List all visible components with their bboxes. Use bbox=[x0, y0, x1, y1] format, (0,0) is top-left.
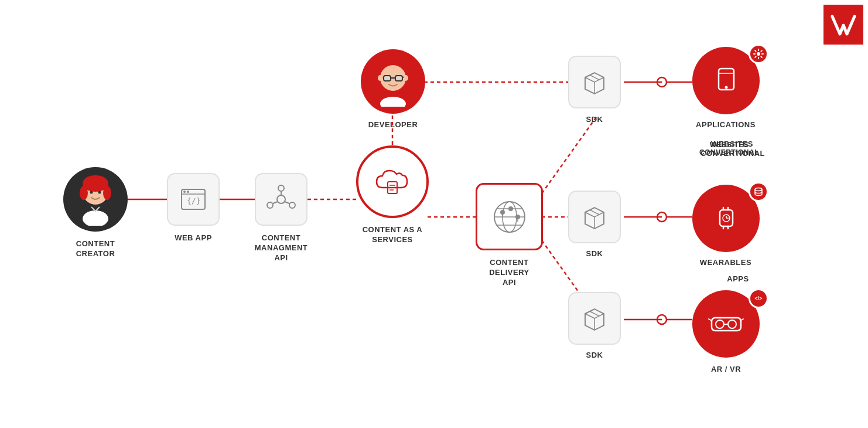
sdk-bot-node bbox=[568, 292, 621, 345]
svg-line-36 bbox=[285, 202, 289, 203]
developer-node bbox=[361, 49, 425, 114]
svg-point-21 bbox=[103, 186, 111, 200]
svg-point-57 bbox=[508, 206, 513, 211]
svg-point-28 bbox=[187, 191, 189, 193]
svg-point-10 bbox=[657, 77, 667, 87]
web-app-node: {/} bbox=[167, 173, 220, 226]
applications-label: APPLICATIONS bbox=[682, 120, 770, 130]
content-delivery-node bbox=[476, 183, 543, 250]
svg-point-47 bbox=[380, 97, 406, 107]
content-delivery-label: CONTENTDELIVERYAPI bbox=[476, 258, 543, 288]
logo bbox=[823, 5, 863, 45]
svg-point-31 bbox=[278, 185, 284, 191]
svg-point-72 bbox=[725, 86, 728, 89]
svg-line-69 bbox=[590, 311, 599, 316]
svg-line-65 bbox=[590, 210, 599, 215]
developer-label: DEVELOPER bbox=[361, 120, 425, 130]
svg-point-85 bbox=[728, 320, 736, 328]
svg-rect-43 bbox=[395, 76, 402, 81]
apps-label: APPS bbox=[715, 274, 761, 284]
convertional-label2: CONVERTIONAL bbox=[680, 149, 785, 159]
content-creator-node bbox=[63, 167, 128, 232]
svg-line-62 bbox=[585, 212, 594, 217]
sdk-bot-label: SDK bbox=[568, 351, 621, 361]
web-app-label: WEB APP bbox=[167, 233, 220, 243]
svg-text:{/}: {/} bbox=[187, 196, 200, 205]
content-creator-label: CONTENTCREATOR bbox=[52, 239, 139, 259]
content-as-services-node bbox=[356, 145, 429, 218]
svg-line-35 bbox=[273, 202, 278, 203]
svg-point-49 bbox=[404, 75, 408, 81]
content-as-services-label: CONTENT AS ASERVICES bbox=[346, 225, 439, 245]
sdk-mid-node bbox=[568, 191, 621, 243]
sdk-top-label: SDK bbox=[568, 115, 621, 125]
sdk-mid-label: SDK bbox=[568, 249, 621, 259]
svg-point-84 bbox=[716, 320, 724, 328]
svg-point-24 bbox=[83, 210, 108, 226]
svg-point-27 bbox=[183, 191, 186, 193]
svg-point-73 bbox=[757, 52, 760, 56]
svg-rect-42 bbox=[384, 76, 391, 81]
svg-point-33 bbox=[289, 202, 295, 208]
database-badge bbox=[749, 182, 768, 202]
svg-line-66 bbox=[585, 314, 594, 318]
code-badge: </> bbox=[749, 288, 768, 308]
gear-badge bbox=[749, 44, 768, 64]
svg-line-87 bbox=[709, 319, 712, 321]
wearables-label: WEARABLES bbox=[682, 258, 770, 268]
svg-point-16 bbox=[657, 315, 667, 324]
svg-point-23 bbox=[98, 191, 101, 194]
ar-vr-label: AR / VR bbox=[692, 365, 760, 375]
svg-point-13 bbox=[657, 212, 667, 222]
svg-point-82 bbox=[755, 188, 762, 191]
svg-point-30 bbox=[277, 195, 285, 203]
svg-point-20 bbox=[80, 186, 88, 200]
svg-point-32 bbox=[267, 202, 273, 208]
websites-label: WEBSITES bbox=[685, 140, 779, 150]
svg-line-58 bbox=[585, 77, 594, 82]
content-management-label: CONTENTMANAGMENTAPI bbox=[245, 233, 317, 263]
svg-point-48 bbox=[378, 75, 382, 81]
svg-line-6 bbox=[542, 116, 597, 193]
svg-line-46 bbox=[402, 77, 404, 78]
sdk-top-node bbox=[568, 56, 621, 108]
svg-line-61 bbox=[590, 75, 599, 80]
diagram-container: CONTENTCREATOR {/} WEB APP CONTENTMANAGM… bbox=[0, 0, 868, 428]
svg-point-22 bbox=[90, 191, 93, 194]
content-management-node bbox=[255, 173, 307, 226]
